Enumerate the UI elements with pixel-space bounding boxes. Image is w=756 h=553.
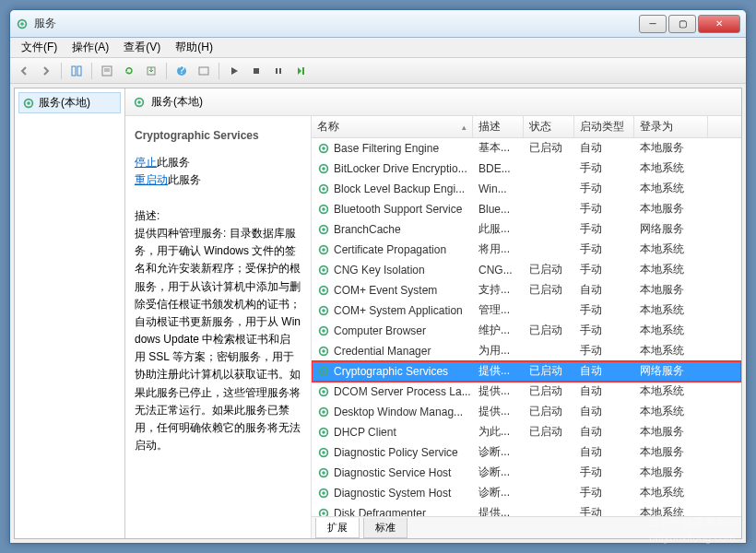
services-window: 服务 ─ ▢ ✕ 文件(F) 操作(A) 查看(V) 帮助(H) ?	[9, 9, 747, 544]
maximize-button[interactable]: ▢	[668, 15, 696, 33]
service-row[interactable]: Certificate Propagation将用...手动本地系统	[312, 240, 741, 260]
service-icon	[317, 203, 330, 216]
svg-point-32	[322, 268, 325, 272]
restart-link[interactable]: 重启动	[135, 173, 168, 186]
minimize-button[interactable]: ─	[639, 15, 667, 33]
svg-point-20	[322, 147, 325, 150]
svg-rect-3	[77, 66, 81, 76]
cell-start: 自动	[574, 140, 634, 156]
svg-point-44	[322, 390, 325, 394]
col-start[interactable]: 启动类型	[574, 116, 634, 137]
col-status[interactable]: 状态	[524, 116, 574, 137]
svg-rect-11	[254, 68, 259, 74]
service-icon	[317, 264, 330, 276]
svg-point-28	[322, 228, 325, 231]
cell-start: 手动	[574, 323, 634, 338]
cell-start: 自动	[574, 282, 634, 298]
svg-point-16	[27, 101, 30, 105]
cell-logon: 本地系统	[634, 241, 708, 257]
service-icon	[317, 426, 330, 439]
col-desc[interactable]: 描述	[473, 116, 524, 137]
service-row[interactable]: Diagnostic Service Host诊断...手动本地服务	[312, 463, 741, 483]
show-hide-button[interactable]	[66, 61, 87, 81]
cell-status: 已启动	[524, 282, 574, 298]
close-button[interactable]: ✕	[698, 15, 740, 33]
cell-name: CNG Key Isolation	[312, 264, 473, 276]
service-row[interactable]: Base Filtering Engine基本...已启动自动本地服务	[312, 138, 741, 159]
sort-arrow-icon: ▴	[462, 123, 467, 132]
watermark: 白云一键重装系统 baiyunxitong.com	[649, 515, 738, 544]
service-row[interactable]: Diagnostic Policy Service诊断...自动本地服务	[312, 442, 741, 463]
svg-point-48	[322, 430, 325, 434]
service-icon	[317, 446, 330, 459]
separator	[91, 63, 92, 79]
tab-standard[interactable]: 标准	[363, 518, 408, 538]
service-row[interactable]: Credential Manager为用...手动本地系统	[312, 341, 741, 361]
cell-start: 自动	[574, 363, 634, 379]
cell-status: 已启动	[524, 140, 574, 156]
cell-start: 自动	[574, 424, 634, 440]
properties-button[interactable]	[97, 61, 117, 81]
service-row[interactable]: Cryptographic Services提供...已启动自动网络服务	[312, 361, 741, 382]
stop-service-button[interactable]	[246, 61, 266, 81]
service-row[interactable]: BitLocker Drive Encryptio...BDE...手动本地系统	[312, 159, 741, 179]
service-row[interactable]: COM+ Event System支持...已启动自动本地服务	[312, 280, 741, 300]
service-icon	[317, 243, 330, 256]
cell-desc: 支持...	[473, 282, 524, 298]
service-row[interactable]: DCOM Server Process La...提供...已启动自动本地系统	[312, 382, 741, 402]
service-row[interactable]: Computer Browser维护...已启动手动本地系统	[312, 321, 741, 341]
cell-logon: 网络服务	[634, 363, 708, 379]
separator	[166, 63, 167, 79]
export-button[interactable]	[141, 61, 161, 81]
tree-label: 服务(本地)	[39, 95, 90, 111]
refresh-button[interactable]	[119, 61, 139, 81]
menu-file[interactable]: 文件(F)	[14, 38, 65, 57]
service-row[interactable]: Bluetooth Support ServiceBlue...手动本地服务	[312, 199, 741, 219]
tab-extended[interactable]: 扩展	[315, 518, 360, 538]
services-icon	[16, 18, 29, 30]
services-icon	[22, 97, 35, 110]
service-row[interactable]: Desktop Window Manag...提供...已启动自动本地系统	[312, 402, 741, 422]
svg-text:?: ?	[179, 65, 185, 76]
col-logon[interactable]: 登录为	[634, 116, 708, 137]
cell-name: Computer Browser	[312, 324, 473, 337]
cell-name: Certificate Propagation	[312, 243, 473, 256]
tree-root[interactable]: 服务(本地)	[18, 92, 121, 113]
cell-start: 自动	[574, 444, 634, 460]
pane-header: 服务(本地)	[125, 88, 741, 116]
cell-start: 手动	[574, 221, 634, 237]
service-row[interactable]: Disk Defragmenter提供...手动本地系统	[312, 503, 741, 516]
service-row[interactable]: DHCP Client为此...已启动自动本地服务	[312, 422, 741, 442]
services-icon	[133, 96, 146, 109]
help-button[interactable]: ?	[171, 61, 192, 81]
col-name[interactable]: 名称▴	[312, 116, 473, 137]
service-row[interactable]: COM+ System Application管理...手动本地系统	[312, 300, 741, 321]
toolbar-icon[interactable]	[194, 61, 214, 81]
forward-button[interactable]	[36, 61, 56, 81]
restart-service-button[interactable]	[290, 61, 311, 81]
cell-desc: 诊断...	[473, 465, 524, 480]
cell-name: Desktop Window Manag...	[312, 406, 473, 418]
cell-status: 已启动	[524, 363, 574, 379]
cell-desc: 提供...	[473, 363, 524, 379]
menu-help[interactable]: 帮助(H)	[168, 38, 220, 57]
cell-name: Credential Manager	[312, 345, 473, 358]
content: Cryptographic Services 停止此服务 重启动此服务 描述: …	[125, 116, 741, 538]
service-row[interactable]: Block Level Backup Engi...Win...手动本地系统	[312, 179, 741, 199]
svg-point-36	[322, 309, 325, 312]
back-button[interactable]	[14, 61, 34, 81]
service-row[interactable]: Diagnostic System Host诊断...手动本地系统	[312, 483, 741, 503]
menu-action[interactable]: 操作(A)	[65, 38, 116, 57]
stop-link[interactable]: 停止	[135, 156, 157, 169]
service-row[interactable]: BranchCache此服...手动网络服务	[312, 219, 741, 240]
svg-rect-2	[72, 66, 76, 76]
cell-logon: 本地服务	[634, 201, 708, 217]
service-row[interactable]: CNG Key IsolationCNG...已启动手动本地系统	[312, 260, 741, 280]
pause-service-button[interactable]	[268, 61, 289, 81]
svg-point-56	[322, 512, 325, 515]
cell-name: DCOM Server Process La...	[312, 385, 473, 398]
menubar: 文件(F) 操作(A) 查看(V) 帮助(H)	[10, 38, 746, 58]
menu-view[interactable]: 查看(V)	[116, 38, 168, 57]
list-body: Base Filtering Engine基本...已启动自动本地服务BitLo…	[312, 138, 741, 516]
start-service-button[interactable]	[224, 61, 244, 81]
